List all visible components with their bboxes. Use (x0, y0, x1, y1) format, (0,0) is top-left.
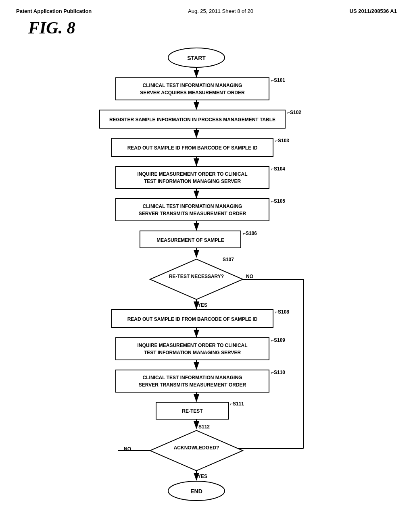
s112-text: ACKNOWLEDGED? (174, 445, 219, 451)
s112-step-label: S112 (198, 424, 210, 430)
s101-step-label: ⌐S101 (271, 77, 285, 83)
s107-diamond (150, 259, 243, 299)
s104-step-label: ⌐S104 (271, 166, 285, 172)
header-right: US 2011/208536 A1 (350, 8, 397, 14)
s108-text: READ OUT SAMPLE ID FROM BARCODE OF SAMPL… (127, 316, 258, 322)
s112-diamond (150, 430, 243, 471)
s104-text-line1: INQUIRE MEASUREMENT ORDER TO CLINICAL (137, 171, 247, 177)
header-left: Patent Application Publication (16, 8, 92, 14)
s105-box (116, 199, 269, 221)
s107-no-label: NO (246, 274, 253, 279)
s104-box (116, 166, 269, 189)
header-center: Aug. 25, 2011 Sheet 8 of 20 (188, 8, 253, 14)
s109-text-line1: INQUIRE MEASUREMENT ORDER TO CLINICAL (137, 343, 247, 348)
s107-text-line1: RE-TEST NECESSARY? (169, 274, 224, 279)
s103-text: READ OUT SAMPLE ID FROM BARCODE OF SAMPL… (127, 145, 258, 151)
s105-text-line1: CLINICAL TEST INFORMATION MANAGING (143, 204, 242, 209)
s107-step-label: S107 (223, 257, 234, 262)
s110-text-line1: CLINICAL TEST INFORMATION MANAGING (143, 375, 242, 380)
s110-step-label: ⌐S110 (271, 370, 285, 375)
s101-text-line2: SERVER ACQUIRES MEASUREMENT ORDER (140, 90, 245, 96)
s106-step-label: ⌐S106 (243, 231, 257, 236)
s110-box (116, 370, 269, 392)
s101-text-line1: CLINICAL TEST INFORMATION MANAGING (143, 83, 242, 88)
s103-step-label: ⌐S103 (275, 138, 289, 143)
start-label: START (187, 55, 206, 61)
s108-step-label: ⌐S108 (275, 309, 289, 315)
s105-step-label: ⌐S105 (271, 198, 285, 204)
s109-box (116, 338, 269, 360)
flowchart-svg: START CLINICAL TEST INFORMATION MANAGING… (53, 42, 360, 517)
s102-step-label: ⌐S102 (287, 110, 301, 115)
s111-text: RE-TEST (182, 408, 203, 414)
s102-text: REGISTER SAMPLE INFORMATION IN PROCESS M… (109, 117, 275, 123)
s112-yes-label: YES (198, 474, 207, 479)
page: Patent Application Publication Aug. 25, … (0, 0, 413, 532)
s101-box (116, 78, 269, 100)
page-header: Patent Application Publication Aug. 25, … (16, 8, 397, 14)
s109-text-line2: TEST INFORMATION MANAGING SERVER (144, 350, 241, 355)
s104-text-line2: TEST INFORMATION MANAGING SERVER (144, 179, 241, 184)
flowchart-container: START CLINICAL TEST INFORMATION MANAGING… (53, 42, 360, 519)
figure-label: FIG. 8 (28, 18, 397, 37)
s111-step-label: ⌐S111 (230, 401, 244, 407)
end-label: END (190, 488, 202, 495)
s107-yes-label: YES (198, 302, 207, 308)
s106-text: MEASUREMENT OF SAMPLE (156, 237, 224, 243)
s110-text-line2: SERVER TRANSMITS MEASUREMENT ORDER (139, 382, 246, 388)
s109-step-label: ⌐S109 (271, 337, 285, 343)
s105-text-line2: SERVER TRANSMITS MEASUREMENT ORDER (139, 211, 246, 216)
